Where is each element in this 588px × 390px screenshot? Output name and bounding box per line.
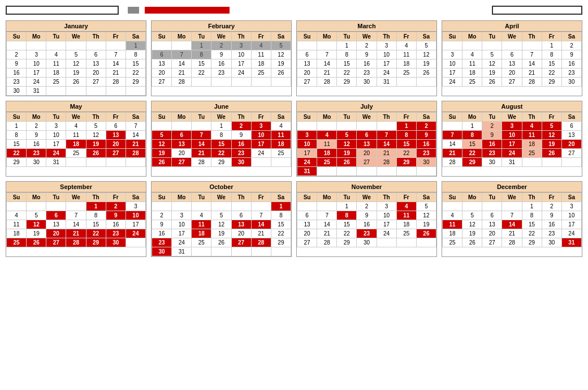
calendar-day: 10 bbox=[377, 211, 396, 220]
calendar-day: 10 bbox=[561, 211, 581, 220]
calendar-day: 21 bbox=[443, 149, 462, 158]
day-of-week-header: Fr bbox=[106, 32, 126, 41]
calendar-day: 27 bbox=[172, 158, 192, 167]
calendar-day: 31 bbox=[46, 158, 66, 167]
calendar-day: 2 bbox=[27, 122, 46, 131]
calendar-day: 18 bbox=[251, 59, 271, 68]
day-of-week-header: Sa bbox=[271, 193, 291, 202]
day-of-week-header: Th bbox=[86, 193, 106, 202]
calendar-day bbox=[66, 158, 86, 167]
calendar-day: 20 bbox=[482, 229, 502, 238]
calendar-day: 19 bbox=[27, 229, 46, 238]
calendar-day: 7 bbox=[172, 50, 192, 59]
calendar-day: 9 bbox=[542, 211, 561, 220]
calendar-day: 14 bbox=[106, 59, 126, 68]
calendar-day: 18 bbox=[317, 149, 337, 158]
calendar-day: 12 bbox=[66, 59, 86, 68]
calendar-day: 27 bbox=[152, 78, 172, 87]
calendar-day bbox=[443, 41, 462, 50]
day-of-week-header: We bbox=[502, 32, 522, 41]
calendar-day: 17 bbox=[561, 220, 581, 229]
day-of-week-header: Fr bbox=[251, 32, 271, 41]
calendar-day: 14 bbox=[317, 220, 337, 229]
calendar-day bbox=[443, 202, 462, 211]
calendar-day: 17 bbox=[172, 229, 192, 238]
day-of-week-header: Th bbox=[377, 193, 396, 202]
calendar-day: 1 bbox=[396, 122, 416, 131]
calendar-day: 24 bbox=[126, 229, 145, 238]
calendar-day: 2 bbox=[542, 202, 561, 211]
calendar-day: 8 bbox=[86, 211, 106, 220]
day-of-week-header: Th bbox=[86, 113, 106, 122]
calendar-day: 13 bbox=[297, 220, 317, 229]
calendar-day: 21 bbox=[126, 140, 145, 149]
calendar-day: 5 bbox=[66, 50, 86, 59]
calendar-day: 4 bbox=[66, 122, 86, 131]
calendar-day: 4 bbox=[192, 211, 211, 220]
calendar-day: 5 bbox=[462, 211, 482, 220]
calendar-day bbox=[416, 238, 436, 247]
calendar-day: 29 bbox=[462, 158, 482, 167]
calendar-day: 28 bbox=[126, 149, 145, 158]
calendar-day: 15 bbox=[337, 59, 357, 68]
calendar-day: 29 bbox=[271, 238, 291, 247]
calendar-day: 5 bbox=[337, 131, 357, 140]
calendar-day: 11 bbox=[7, 220, 27, 229]
calendar-september: SeptemberSuMoTuWeThFrSa12345678910111213… bbox=[6, 181, 146, 257]
calendar-day: 22 bbox=[7, 149, 27, 158]
calendar-day bbox=[377, 238, 396, 247]
calendar-day: 15 bbox=[337, 220, 357, 229]
calendar-day: 24 bbox=[172, 238, 192, 247]
calendar-day: 9 bbox=[357, 50, 377, 59]
calendar-day bbox=[317, 41, 337, 50]
calendar-day bbox=[86, 41, 106, 50]
cal-table-february: SuMoTuWeThFrSa12345678910111213141516171… bbox=[152, 32, 291, 87]
calendar-day bbox=[46, 87, 66, 96]
calendar-day: 22 bbox=[192, 68, 211, 78]
calendar-day: 8 bbox=[462, 131, 482, 140]
calendar-day bbox=[297, 41, 317, 50]
calendar-day: 15 bbox=[192, 59, 211, 68]
calendar-day: 26 bbox=[211, 238, 231, 247]
calendar-day: 7 bbox=[317, 211, 337, 220]
calendar-day: 18 bbox=[46, 68, 66, 78]
calendar-day: 4 bbox=[396, 202, 416, 211]
day-of-week-header: Su bbox=[443, 32, 462, 41]
calendar-day bbox=[152, 41, 172, 50]
calendar-day: 17 bbox=[46, 140, 66, 149]
day-of-week-header: Su bbox=[152, 113, 172, 122]
calendar-day: 3 bbox=[251, 122, 271, 131]
calendar-day: 25 bbox=[396, 229, 416, 238]
calendar-day: 18 bbox=[443, 229, 462, 238]
calendar-day: 16 bbox=[357, 59, 377, 68]
calendar-day: 28 bbox=[317, 238, 337, 247]
day-of-week-header: Sa bbox=[561, 193, 581, 202]
calendar-day: 28 bbox=[443, 158, 462, 167]
day-of-week-header: We bbox=[502, 113, 522, 122]
calendar-day: 7 bbox=[66, 211, 86, 220]
day-of-week-header: Th bbox=[522, 32, 542, 41]
calendar-day: 21 bbox=[192, 149, 211, 158]
calendar-day bbox=[152, 202, 172, 211]
calendar-day: 22 bbox=[462, 149, 482, 158]
calendar-day: 5 bbox=[86, 122, 106, 131]
calendar-day: 3 bbox=[561, 202, 581, 211]
calendar-day bbox=[462, 202, 482, 211]
calendar-day bbox=[211, 247, 231, 256]
calendar-day: 22 bbox=[337, 229, 357, 238]
calendar-day: 17 bbox=[251, 140, 271, 149]
calendar-day: 9 bbox=[152, 220, 172, 229]
calendar-day bbox=[7, 202, 27, 211]
calendar-day: 2 bbox=[357, 202, 377, 211]
calendar-day bbox=[377, 167, 396, 176]
calendar-day bbox=[251, 202, 271, 211]
calendar-day: 3 bbox=[172, 211, 192, 220]
calendar-day bbox=[502, 41, 522, 50]
calendar-day: 3 bbox=[502, 122, 522, 131]
calendar-day: 29 bbox=[211, 158, 231, 167]
calendar-day: 10 bbox=[502, 131, 522, 140]
calendar-day: 9 bbox=[482, 131, 502, 140]
calendar-day: 22 bbox=[126, 68, 145, 78]
calendar-day: 28 bbox=[251, 238, 271, 247]
calendar-day: 14 bbox=[126, 131, 145, 140]
